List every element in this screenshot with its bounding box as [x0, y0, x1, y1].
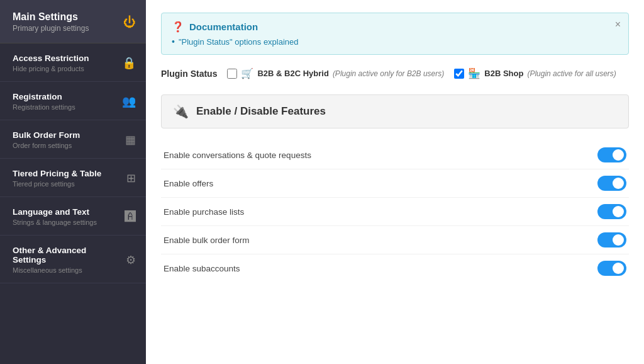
sidebar-header-text: Main Settings Primary plugin settings: [13, 11, 89, 33]
toggle-slider-purchase-lists: [597, 204, 626, 219]
b2b-b2c-name: B2B & B2C Hybrid: [257, 69, 328, 78]
feature-label-conversations: Enable conversations & quote requests: [164, 151, 311, 160]
sidebar-item-text-other-advanced: Other & Advanced Settings Miscellaneous …: [13, 246, 121, 274]
sidebar-item-other-advanced[interactable]: Other & Advanced Settings Miscellaneous …: [0, 236, 146, 283]
toggle-conversations[interactable]: [597, 147, 626, 162]
sidebar-item-sub-bulk-order-form: Order form settings: [13, 142, 80, 149]
sidebar-item-sub-language-text: Strings & language settings: [13, 219, 97, 226]
doc-box-title: Documentation: [189, 21, 258, 32]
features-list: Enable conversations & quote requests En…: [161, 141, 629, 282]
feature-label-purchase-lists: Enable purchase lists: [164, 207, 244, 217]
sidebar-item-sub-other-advanced: Miscellaneous settings: [13, 266, 121, 274]
sidebar-item-icon-language-text: 🅰: [125, 210, 136, 224]
toggle-slider-offers: [597, 176, 626, 191]
feature-label-bulk-order: Enable bulk order form: [164, 236, 250, 245]
b2b-shop-name: B2B Shop: [484, 69, 523, 78]
doc-box-header: ❓ Documentation: [172, 21, 618, 33]
sidebar-item-sub-tiered-pricing: Tiered price settings: [13, 180, 101, 188]
power-icon[interactable]: ⏻: [123, 15, 136, 30]
sidebar-item-label-language-text: Language and Text: [13, 207, 97, 217]
sidebar-item-tiered-pricing[interactable]: Tiered Pricing & Table Tiered price sett…: [0, 159, 146, 197]
sidebar-item-registration[interactable]: Registration Registration settings 👥: [0, 82, 146, 120]
sidebar-item-text-tiered-pricing: Tiered Pricing & Table Tiered price sett…: [13, 169, 101, 188]
plugin-option-b2b-b2c: 🛒 B2B & B2C Hybrid (Plugin active only f…: [227, 67, 444, 79]
b2b-shop-icon: 🏪: [468, 67, 480, 79]
toggle-slider-subaccounts: [597, 261, 626, 276]
plug-icon: 🔌: [173, 104, 189, 119]
sidebar-item-icon-bulk-order-form: ▦: [125, 133, 136, 147]
b2b-b2c-desc: (Plugin active only for B2B users): [333, 69, 444, 78]
sidebar: Main Settings Primary plugin settings ⏻ …: [0, 0, 146, 364]
feature-label-offers: Enable offers: [164, 179, 213, 188]
feature-row-offers: Enable offers: [161, 169, 629, 198]
sidebar-item-label-registration: Registration: [13, 92, 75, 101]
features-section-header: 🔌 Enable / Disable Features: [161, 94, 629, 128]
sidebar-item-label-access-restriction: Access Restriction: [13, 54, 89, 63]
documentation-box: ❓ Documentation • "Plugin Status" option…: [161, 13, 629, 55]
feature-row-subaccounts: Enable subaccounts: [161, 254, 629, 282]
toggle-slider-bulk-order: [597, 232, 626, 247]
sidebar-item-sub-access-restriction: Hide pricing & products: [13, 65, 89, 72]
sidebar-item-icon-registration: 👥: [122, 94, 136, 108]
sidebar-item-text-access-restriction: Access Restriction Hide pricing & produc…: [13, 54, 89, 72]
sidebar-item-access-restriction[interactable]: Access Restriction Hide pricing & produc…: [0, 43, 146, 82]
toggle-slider-conversations: [597, 147, 626, 162]
sidebar-item-text-registration: Registration Registration settings: [13, 92, 75, 111]
feature-label-subaccounts: Enable subaccounts: [164, 264, 240, 273]
sidebar-item-label-tiered-pricing: Tiered Pricing & Table: [13, 169, 101, 178]
b2b-b2c-checkbox[interactable]: [227, 69, 237, 79]
sidebar-item-text-bulk-order-form: Bulk Order Form Order form settings: [13, 130, 80, 149]
sidebar-header: Main Settings Primary plugin settings ⏻: [0, 0, 146, 43]
sidebar-subtitle: Primary plugin settings: [13, 24, 89, 33]
sidebar-item-language-text[interactable]: Language and Text Strings & language set…: [0, 197, 146, 236]
sidebar-item-bulk-order-form[interactable]: Bulk Order Form Order form settings ▦: [0, 120, 146, 159]
sidebar-item-sub-registration: Registration settings: [13, 103, 75, 111]
sidebar-item-icon-other-advanced: ⚙: [126, 253, 136, 267]
b2b-shop-checkbox[interactable]: [454, 69, 464, 79]
toggle-offers[interactable]: [597, 176, 626, 191]
sidebar-item-label-other-advanced: Other & Advanced Settings: [13, 246, 121, 264]
sidebar-title: Main Settings: [13, 11, 89, 23]
sidebar-items-container: Access Restriction Hide pricing & produc…: [0, 43, 146, 283]
plugin-option-b2b-shop: 🏪 B2B Shop (Plugin active for all users): [454, 67, 616, 79]
sidebar-item-icon-tiered-pricing: ⊞: [126, 171, 136, 185]
toggle-subaccounts[interactable]: [597, 261, 626, 276]
question-icon: ❓: [172, 21, 184, 33]
sidebar-item-icon-access-restriction: 🔒: [122, 56, 136, 70]
plugin-status-row: Plugin Status 🛒 B2B & B2C Hybrid (Plugin…: [161, 67, 629, 79]
doc-box-link-text[interactable]: "Plugin Status" options explained: [179, 37, 299, 47]
features-section-title: Enable / Disable Features: [196, 105, 326, 118]
doc-close-button[interactable]: ×: [615, 20, 621, 30]
plugin-status-label: Plugin Status: [161, 69, 217, 79]
sidebar-item-label-bulk-order-form: Bulk Order Form: [13, 130, 80, 140]
feature-row-conversations: Enable conversations & quote requests: [161, 141, 629, 169]
sidebar-item-text-language-text: Language and Text Strings & language set…: [13, 207, 97, 226]
feature-row-bulk-order: Enable bulk order form: [161, 226, 629, 254]
b2b-b2c-icon: 🛒: [241, 67, 253, 79]
toggle-bulk-order[interactable]: [597, 232, 626, 247]
doc-box-link[interactable]: • "Plugin Status" options explained: [172, 37, 618, 47]
feature-row-purchase-lists: Enable purchase lists: [161, 198, 629, 226]
toggle-purchase-lists[interactable]: [597, 204, 626, 219]
b2b-shop-desc: (Plugin active for all users): [527, 69, 616, 78]
main-content: ❓ Documentation • "Plugin Status" option…: [146, 0, 644, 364]
bullet-icon: •: [172, 37, 175, 47]
